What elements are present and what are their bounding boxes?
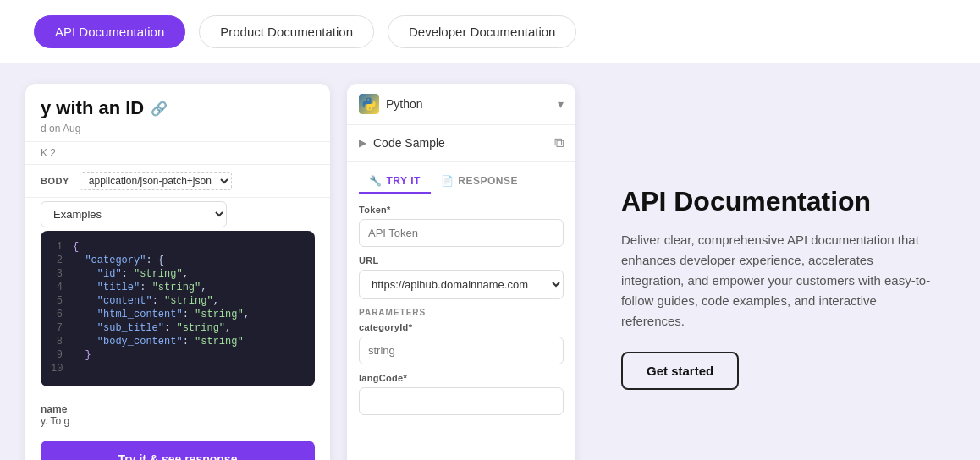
tab-api-documentation[interactable]: API Documentation [34, 15, 185, 48]
get-started-button[interactable]: Get started [621, 352, 739, 390]
tab-response[interactable]: 📄 RESPONSE [431, 170, 528, 194]
marketing-title: API Documentation [621, 185, 938, 217]
parameters-label: PARAMETERS [359, 308, 564, 317]
url-label: URL [359, 255, 564, 266]
content-type-select[interactable]: application/json-patch+json [80, 172, 232, 190]
tab-try-it-label: TRY IT [387, 175, 421, 187]
thumb-count: K 2 [41, 147, 56, 159]
category-id-label: categoryId* [359, 322, 564, 332]
try-it-icon: 🔧 [369, 175, 383, 187]
code-sample-left: ▶ Code Sample [359, 136, 445, 150]
left-doc-panel: y with an ID 🔗 d on Aug K 2 BODY applica… [25, 84, 330, 460]
response-icon: 📄 [441, 175, 454, 187]
link-icon: 🔗 [151, 101, 168, 117]
body-header: BODY application/json-patch+json [25, 165, 330, 198]
chevron-right-icon: ▶ [359, 137, 366, 149]
lang-code-label: langCode* [359, 373, 564, 383]
token-label: Token* [359, 205, 564, 215]
code-block: 1{ 2 "category": { 3 "id": "string", 4 "… [41, 231, 315, 386]
code-sample-label: Code Sample [373, 136, 445, 150]
thumbs-row: K 2 [25, 142, 330, 165]
try-it-see-response-button[interactable]: Try it & see response [41, 441, 315, 460]
doc-title-text: y with an ID [41, 97, 144, 119]
copy-icon[interactable]: ⧉ [554, 135, 564, 151]
language-label: Python [386, 97, 423, 111]
api-form: Token* URL https://apihub.domainname.com… [347, 194, 575, 424]
marketing-description: Deliver clear, comprehensive API documen… [621, 230, 938, 331]
url-select[interactable]: https://apihub.domainname.com [359, 270, 564, 299]
tab-product-documentation[interactable]: Product Documentation [199, 15, 374, 48]
main-content: y with an ID 🔗 d on Aug K 2 BODY applica… [0, 63, 980, 460]
doc-meta: d on Aug [41, 123, 315, 134]
marketing-panel: API Documentation Deliver clear, compreh… [596, 84, 955, 460]
examples-select[interactable]: Examples [41, 201, 227, 227]
token-input[interactable] [359, 219, 564, 247]
category-id-input[interactable] [359, 337, 564, 364]
try-response-tabs: 🔧 TRY IT 📄 RESPONSE [347, 162, 575, 194]
tab-developer-documentation[interactable]: Developer Documentation [388, 15, 576, 48]
doc-footer: name y. To g [25, 397, 330, 434]
python-icon [359, 94, 379, 114]
doc-title: y with an ID 🔗 [41, 97, 315, 119]
tab-try-it[interactable]: 🔧 TRY IT [359, 170, 431, 194]
chevron-down-icon: ▾ [558, 97, 564, 111]
footer-sub: y. To g [41, 415, 315, 427]
footer-name: name [41, 403, 315, 415]
body-label: BODY [41, 176, 69, 186]
doc-header: y with an ID 🔗 d on Aug [25, 84, 330, 142]
language-selector[interactable]: Python ▾ [347, 84, 575, 125]
lang-code-input[interactable]: en [359, 387, 564, 415]
tab-response-label: RESPONSE [458, 175, 518, 187]
lang-left: Python [359, 94, 423, 114]
code-sample-row: ▶ Code Sample ⧉ [347, 125, 575, 162]
top-navigation: API Documentation Product Documentation … [0, 0, 980, 63]
api-tester-panel: Python ▾ ▶ Code Sample ⧉ 🔧 TRY IT 📄 RESP… [347, 84, 575, 460]
examples-container: Examples [25, 198, 330, 231]
